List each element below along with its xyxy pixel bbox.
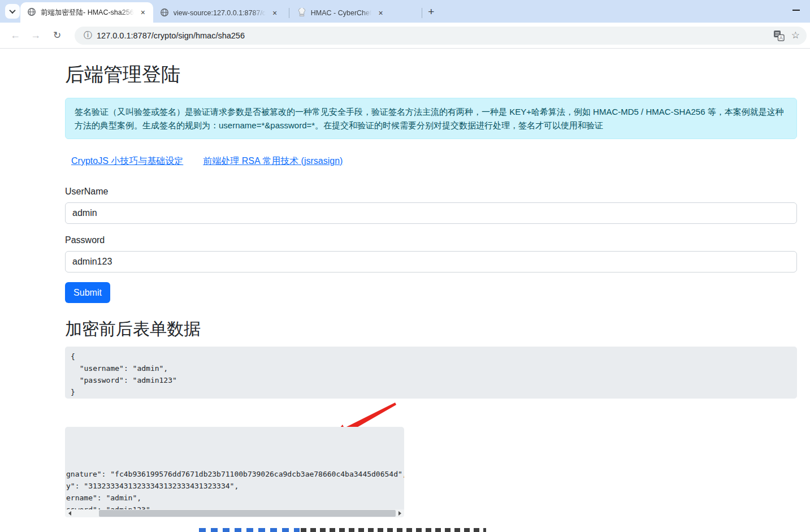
close-icon[interactable]: ×: [376, 8, 385, 18]
info-alert: 签名验证（又叫验签或签名）是验证请求参数是否被篡改的一种常见安全手段，验证签名方…: [65, 98, 797, 139]
globe-icon: [27, 7, 36, 18]
triangle-left-icon: [68, 511, 71, 516]
bookmark-star-icon[interactable]: ☆: [791, 29, 800, 41]
cutoff-content: [301, 528, 486, 532]
username-input[interactable]: [65, 202, 797, 224]
chef-hat-icon: [297, 8, 306, 19]
close-icon[interactable]: ×: [270, 8, 279, 18]
signed-form-code-block: gnature": "fc4b936199576dd7671db23b71100…: [65, 427, 404, 517]
signed-form-code-text: gnature": "fc4b936199576dd7671db23b71100…: [66, 468, 402, 516]
submit-button[interactable]: Submit: [65, 282, 110, 303]
tab-separator: [422, 8, 422, 18]
scrollbar-thumb[interactable]: [99, 510, 396, 517]
tab-search-button[interactable]: [5, 4, 20, 19]
site-info-icon[interactable]: ⓘ: [84, 30, 92, 41]
username-label: UserName: [65, 187, 108, 197]
reload-button[interactable]: ↻: [49, 29, 66, 41]
minimize-button[interactable]: [792, 10, 800, 11]
links-row: CryptoJS 小技巧与基础设定 前端处理 RSA 常用技术 (jsrsasi…: [71, 155, 343, 167]
horizontal-scrollbar[interactable]: [65, 509, 404, 517]
globe-icon: [160, 8, 169, 19]
browser-toolbar: ← → ↻ ⓘ 127.0.0.1:8787/crypto/sign/hmac/…: [0, 23, 810, 49]
back-button[interactable]: ←: [7, 29, 24, 41]
tab-view-source[interactable]: view-source:127.0.0.1:8787/c ×: [153, 3, 288, 23]
link-rsa-jsrsasign[interactable]: 前端处理 RSA 常用技术 (jsrsasign): [203, 155, 343, 167]
page-title: 后端管理登陆: [65, 62, 180, 88]
tab-title: HMAC - CyberChef: [311, 9, 372, 17]
address-bar[interactable]: ⓘ 127.0.0.1:8787/crypto/sign/hmac/sha256…: [75, 27, 807, 45]
password-label: Password: [65, 235, 105, 245]
password-input[interactable]: [65, 251, 797, 273]
tab-title: view-source:127.0.0.1:8787/c: [174, 9, 266, 17]
tab-title: 前端加密登陆- HMAC-sha256: [41, 8, 134, 18]
new-tab-button[interactable]: +: [423, 4, 439, 20]
tab-separator: [289, 8, 289, 18]
close-icon[interactable]: ×: [138, 8, 148, 17]
cutoff-content: [199, 528, 300, 532]
tab-cyberchef[interactable]: HMAC - CyberChef ×: [291, 3, 421, 23]
url-text: 127.0.0.1:8787/crypto/sign/hmac/sha256: [97, 31, 766, 40]
scroll-left-button[interactable]: [65, 509, 74, 517]
link-cryptojs[interactable]: CryptoJS 小技巧与基础设定: [71, 155, 183, 167]
forward-button[interactable]: →: [27, 29, 44, 41]
translate-icon[interactable]: A: [773, 30, 785, 41]
chevron-down-icon: [9, 7, 15, 14]
plain-form-code-block: { "username": "admin", "password": "admi…: [65, 347, 797, 399]
tab-strip: 前端加密登陆- HMAC-sha256 × view-source:127.0.…: [0, 0, 810, 23]
page-content: 后端管理登陆 签名验证（又叫验签或签名）是验证请求参数是否被篡改的一种常见安全手…: [65, 49, 797, 532]
svg-text:A: A: [779, 34, 783, 40]
triangle-right-icon: [398, 511, 401, 516]
scroll-right-button[interactable]: [395, 509, 404, 517]
tabs-container: 前端加密登陆- HMAC-sha256 × view-source:127.0.…: [20, 0, 439, 23]
section-title: 加密前后表单数据: [65, 318, 201, 341]
tab-hmac-login[interactable]: 前端加密登陆- HMAC-sha256 ×: [20, 2, 153, 23]
